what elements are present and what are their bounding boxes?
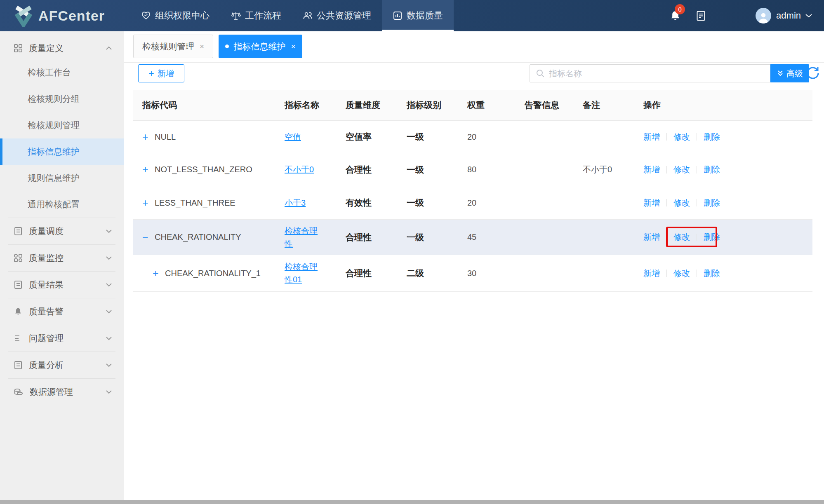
heart-icon: [141, 11, 151, 21]
sidebar-group-issue-management[interactable]: 问题管理: [0, 325, 124, 352]
nav-item-data-quality[interactable]: 数据质量: [382, 0, 454, 31]
quality-dimension: 合理性: [346, 164, 407, 176]
document-icon[interactable]: [696, 10, 706, 21]
indicator-name-link[interactable]: 不小于0: [285, 163, 314, 176]
sidebar-item-label: 检核规则管理: [28, 120, 80, 131]
close-icon[interactable]: ×: [200, 42, 204, 51]
sidebar-group-quality-result[interactable]: 质量结果: [0, 272, 124, 298]
notification-badge: 0: [675, 4, 685, 14]
indicator-code: LESS_THAN_THREE: [155, 198, 235, 208]
sidebar-group-quality-schedule[interactable]: 质量调度: [0, 218, 124, 244]
notification-bell[interactable]: 0: [670, 10, 681, 21]
nav-item-label: 数据质量: [407, 9, 443, 22]
table-row-child: + CHEAK_RATIONALITY_1 检核合理性01 合理性 二级 30 …: [133, 255, 812, 292]
col-header-code: 指标代码: [133, 99, 285, 111]
search-input[interactable]: [549, 69, 730, 78]
username[interactable]: admin: [776, 10, 801, 21]
indicator-name-link[interactable]: 检核合理性01: [285, 260, 323, 286]
quality-dimension: 合理性: [346, 232, 407, 243]
sidebar-group-datasource-management[interactable]: 数据源管理: [0, 379, 124, 405]
sidebar-group-quality-analysis[interactable]: 质量分析: [0, 352, 124, 378]
col-header-name: 指标名称: [285, 99, 346, 111]
col-header-weight: 权重: [467, 99, 525, 111]
col-header-actions: 操作: [643, 99, 812, 111]
row-add-link[interactable]: 新增: [643, 197, 660, 209]
row-edit-link[interactable]: 修改: [673, 164, 690, 175]
top-nav: AFCenter 组织权限中心: [0, 0, 824, 31]
sidebar-item-indicator-info[interactable]: 指标信息维护: [0, 138, 124, 165]
row-delete-link[interactable]: 删除: [704, 131, 720, 143]
avatar[interactable]: [756, 8, 771, 23]
row-delete-link[interactable]: 删除: [704, 268, 720, 279]
collapse-minus-icon[interactable]: −: [142, 231, 155, 243]
nav-item-org-permission[interactable]: 组织权限中心: [130, 0, 220, 31]
sidebar-group-label: 质量调度: [29, 225, 64, 237]
sidebar-item-rule-management[interactable]: 检核规则管理: [0, 112, 124, 138]
row-delete-link[interactable]: 删除: [704, 164, 720, 175]
chevron-up-icon: [106, 46, 112, 50]
sidebar-item-label: 指标信息维护: [28, 146, 80, 157]
document-icon: [14, 361, 23, 370]
row-add-link[interactable]: 新增: [643, 268, 660, 279]
indicator-name-link[interactable]: 小于3: [285, 197, 306, 209]
row-add-link[interactable]: 新增: [643, 232, 660, 243]
add-button[interactable]: + 新增: [138, 64, 184, 82]
tab-indicator-info-active[interactable]: 指标信息维护 ×: [219, 35, 302, 58]
sidebar-item-rule-info[interactable]: 规则信息维护: [0, 165, 124, 191]
grid-icon: [14, 253, 23, 263]
sidebar-group-label: 质量告警: [29, 306, 64, 317]
tab-rule-management[interactable]: 检核规则管理 ×: [133, 35, 213, 58]
expand-plus-icon[interactable]: +: [142, 197, 155, 209]
col-header-level: 指标级别: [407, 99, 467, 111]
indicator-name-link[interactable]: 检核合理性: [285, 225, 323, 250]
advanced-button-label: 高级: [786, 68, 803, 79]
nav-item-workflow[interactable]: 工作流程: [220, 0, 292, 31]
chevron-down-icon: [106, 363, 112, 367]
row-edit-link[interactable]: 修改: [673, 131, 690, 143]
indicator-level: 二级: [407, 267, 467, 279]
indicator-code: CHEAK_RATIONALITY_1: [165, 269, 261, 278]
horizontal-scrollbar[interactable]: [0, 500, 824, 504]
sidebar-group-label: 质量结果: [29, 279, 64, 291]
search-icon: [536, 69, 545, 78]
nav-item-public-resource[interactable]: 公共资源管理: [292, 0, 382, 31]
nav-menu: 组织权限中心 工作流程: [130, 0, 454, 31]
row-delete-link[interactable]: 删除: [704, 232, 720, 243]
sidebar-group-quality-alert[interactable]: 质量告警: [0, 298, 124, 325]
row-edit-link[interactable]: 修改: [673, 268, 690, 279]
row-add-link[interactable]: 新增: [643, 131, 660, 143]
sidebar-item-rule-group[interactable]: 检核规则分组: [0, 86, 124, 112]
chevron-down-icon[interactable]: [805, 13, 812, 18]
indicator-name-link[interactable]: 空值: [285, 131, 301, 143]
tab-bar: 检核规则管理 × 指标信息维护 ×: [124, 31, 824, 63]
sidebar-item-check-workbench[interactable]: 检核工作台: [0, 59, 124, 86]
document-icon: [14, 227, 23, 236]
people-icon: [303, 11, 313, 21]
quality-dimension: 空值率: [346, 131, 407, 143]
expand-plus-icon[interactable]: +: [142, 131, 155, 143]
chevron-down-icon: [106, 309, 112, 314]
indicator-code: NOT_LESS_THAN_ZERO: [155, 165, 252, 174]
close-icon[interactable]: ×: [291, 42, 295, 51]
sidebar: 质量定义 检核工作台 检核规则分组 检核规则管理 指标信息维护 规则信息维护 通…: [0, 31, 124, 504]
sidebar-item-general-check-config[interactable]: 通用检核配置: [0, 191, 124, 218]
row-edit-link[interactable]: 修改: [673, 197, 690, 209]
sidebar-group-quality-monitor[interactable]: 质量监控: [0, 245, 124, 271]
table-row: + LESS_THAN_THREE 小于3 有效性 一级 20 新增 修改 删除: [133, 186, 812, 220]
sidebar-group-quality-definition[interactable]: 质量定义: [0, 37, 124, 59]
plus-icon: +: [148, 68, 154, 79]
divider: [666, 133, 667, 141]
advanced-button[interactable]: 高级: [770, 64, 809, 82]
row-add-link[interactable]: 新增: [643, 164, 660, 175]
document-icon: [14, 280, 23, 289]
indicator-table: 指标代码 指标名称 质量维度 指标级别 权重 告警信息 备注 操作 + NULL…: [133, 90, 812, 292]
sidebar-item-label: 检核工作台: [28, 67, 71, 78]
table-bottom-border: [133, 465, 812, 465]
expand-plus-icon[interactable]: +: [153, 267, 165, 279]
row-edit-link[interactable]: 修改: [673, 232, 690, 243]
row-delete-link[interactable]: 删除: [704, 197, 720, 209]
nav-item-label: 公共资源管理: [317, 9, 371, 22]
indicator-level: 一级: [407, 232, 467, 243]
indicator-level: 一级: [407, 131, 467, 143]
expand-plus-icon[interactable]: +: [142, 164, 155, 176]
